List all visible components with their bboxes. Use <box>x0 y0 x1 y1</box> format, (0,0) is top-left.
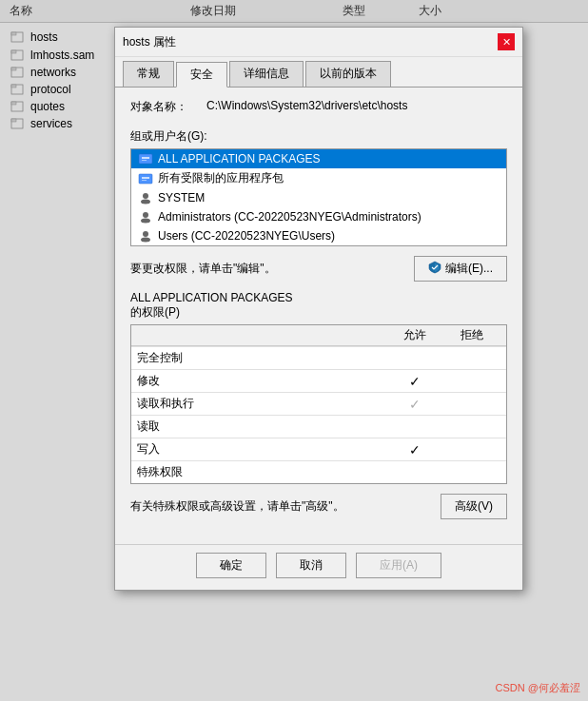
permissions-table: 允许 拒绝 完全控制 修改 ✓ 读取和执行 ✓ 读取 <box>130 324 507 484</box>
edit-button-label: 编辑(E)... <box>445 261 493 277</box>
perm-name: 读取 <box>137 419 386 435</box>
perms-sub-label: 的权限(P) <box>130 304 507 321</box>
dialog-titlebar: hosts 属性 ✕ <box>115 28 522 57</box>
user-icon <box>137 228 154 243</box>
group-name: Users (CC-20220523NYEG\Users) <box>158 229 335 243</box>
checkmark-gray-icon: ✓ <box>409 397 421 412</box>
svg-point-19 <box>141 200 150 204</box>
perms-col-allow-header: 允许 <box>386 327 443 343</box>
perm-name: 特殊权限 <box>137 464 386 480</box>
dialog-title: hosts 属性 <box>123 34 176 50</box>
watermark: CSDN @何必羞涩 <box>496 681 580 695</box>
apply-button[interactable]: 应用(A) <box>356 553 441 578</box>
tab-previous[interactable]: 以前的版本 <box>305 61 391 87</box>
user-icon <box>137 209 154 224</box>
shield-icon <box>428 261 441 277</box>
perm-row-read-execute[interactable]: 读取和执行 ✓ <box>131 392 506 415</box>
checkmark-icon: ✓ <box>409 442 421 458</box>
perms-col-deny-header: 拒绝 <box>443 327 500 343</box>
dialog-footer: 确定 取消 应用(A) <box>115 544 522 590</box>
tab-security[interactable]: 安全 <box>176 62 227 88</box>
svg-point-18 <box>143 193 148 199</box>
group-item[interactable]: Users (CC-20220523NYEG\Users) <box>131 226 506 245</box>
group-item[interactable]: Administrators (CC-20220523NYEG\Administ… <box>131 207 506 226</box>
advanced-button[interactable]: 高级(V) <box>441 494 507 519</box>
group-item[interactable]: 所有受限制的应用程序包 <box>131 168 506 188</box>
group-item[interactable]: SYSTEM <box>131 188 506 207</box>
user-icon <box>137 190 154 205</box>
svg-rect-16 <box>142 177 149 179</box>
svg-rect-13 <box>142 157 149 159</box>
group-user-list: ALL APPLICATION PACKAGES 所有受限制的应用程序包 SYS… <box>130 148 507 246</box>
group-name: Administrators (CC-20220523NYEG\Administ… <box>158 210 421 224</box>
perms-col-name-header <box>137 327 386 343</box>
perms-section-label: ALL APPLICATION PACKAGES 的权限(P) <box>130 291 507 321</box>
perm-row-read[interactable]: 读取 <box>131 415 506 438</box>
perm-name: 完全控制 <box>137 350 386 366</box>
perm-row-write[interactable]: 写入 ✓ <box>131 438 506 460</box>
perm-name: 写入 <box>137 441 386 458</box>
close-button[interactable]: ✕ <box>498 33 515 50</box>
advanced-hint: 有关特殊权限或高级设置，请单击"高级"。 <box>130 498 344 515</box>
edit-button[interactable]: 编辑(E)... <box>414 256 507 282</box>
tab-general[interactable]: 常规 <box>123 61 174 87</box>
properties-dialog: hosts 属性 ✕ 常规 安全 详细信息 以前的版本 对象名称： C:\Win… <box>114 27 523 591</box>
svg-rect-14 <box>142 160 147 161</box>
cancel-button[interactable]: 取消 <box>276 553 346 578</box>
svg-point-22 <box>143 231 148 237</box>
perms-group-name: ALL APPLICATION PACKAGES <box>130 291 507 304</box>
advanced-section: 有关特殊权限或高级设置，请单击"高级"。 高级(V) <box>130 494 507 519</box>
ok-button[interactable]: 确定 <box>196 553 266 578</box>
perm-name: 读取和执行 <box>137 396 386 412</box>
edit-section: 要更改权限，请单击"编辑"。 编辑(E)... <box>130 256 507 282</box>
svg-point-21 <box>141 219 150 224</box>
package-icon <box>137 151 154 166</box>
perms-table-header: 允许 拒绝 <box>131 325 506 346</box>
object-name-section: 对象名称： C:\Windows\System32\drivers\etc\ho… <box>130 99 507 115</box>
object-name-label: 对象名称： <box>130 99 206 115</box>
group-name: SYSTEM <box>158 191 205 204</box>
group-name: ALL APPLICATION PACKAGES <box>158 152 321 166</box>
perm-allow-check: ✓ <box>386 397 443 412</box>
svg-rect-17 <box>142 180 147 181</box>
perm-row-special[interactable]: 特殊权限 <box>131 460 506 483</box>
tab-details[interactable]: 详细信息 <box>229 61 304 87</box>
perm-row-modify[interactable]: 修改 ✓ <box>131 369 506 392</box>
object-name-value: C:\Windows\System32\drivers\etc\hosts <box>206 99 407 112</box>
svg-point-23 <box>141 238 150 243</box>
edit-hint: 要更改权限，请单击"编辑"。 <box>130 261 276 277</box>
group-list-label: 组或用户名(G): <box>130 128 507 145</box>
group-item[interactable]: ALL APPLICATION PACKAGES <box>131 149 506 168</box>
tab-bar: 常规 安全 详细信息 以前的版本 <box>115 57 522 88</box>
group-name: 所有受限制的应用程序包 <box>158 170 284 186</box>
perm-allow-check: ✓ <box>386 374 443 389</box>
perm-name: 修改 <box>137 373 386 389</box>
perm-allow-check: ✓ <box>386 442 443 458</box>
package-icon <box>137 171 154 186</box>
perm-row-full-control[interactable]: 完全控制 <box>131 346 506 369</box>
svg-point-20 <box>143 212 148 218</box>
checkmark-icon: ✓ <box>409 374 421 389</box>
dialog-body: 对象名称： C:\Windows\System32\drivers\etc\ho… <box>115 88 522 544</box>
